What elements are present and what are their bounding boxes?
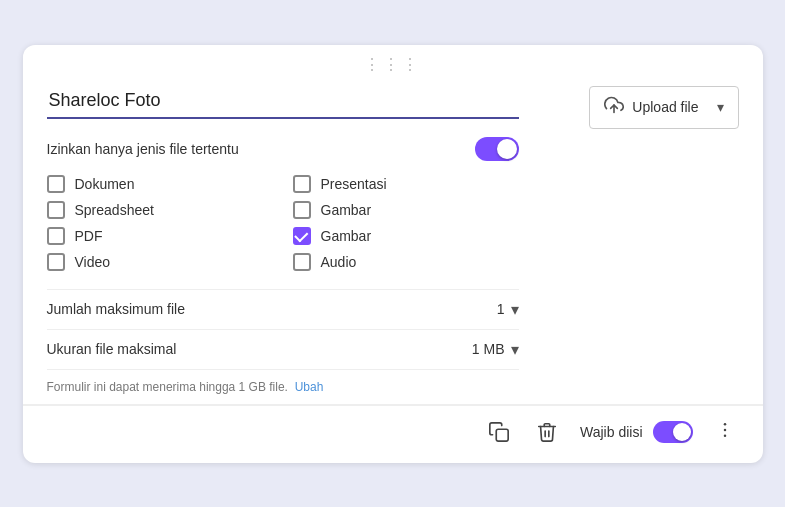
svg-point-2 (723, 422, 726, 425)
upload-chevron-icon: ▾ (717, 99, 724, 115)
max-size-row: Ukuran file maksimal 1 MB ▾ (47, 329, 519, 369)
copy-button[interactable] (484, 417, 514, 447)
max-size-chevron-icon: ▾ (511, 340, 519, 359)
upload-icon (604, 95, 624, 120)
more-icon (715, 420, 735, 440)
checkbox-presentasi-label: Presentasi (321, 176, 387, 192)
toggle-file-type-switch[interactable] (475, 137, 519, 161)
info-text: Formulir ini dapat menerima hingga 1 GB … (47, 369, 519, 404)
svg-point-4 (723, 434, 726, 437)
drag-handle[interactable]: ⋮⋮⋮ (23, 45, 763, 78)
left-panel: Izinkan hanya jenis file tertentu Dokume… (47, 86, 519, 404)
checkbox-video-label: Video (75, 254, 111, 270)
checkbox-gambar2[interactable]: Gambar (293, 227, 519, 245)
max-files-chevron-icon: ▾ (511, 300, 519, 319)
wajib-row: Wajib diisi (580, 421, 693, 443)
delete-icon (536, 421, 558, 443)
upload-file-button[interactable]: Upload file ▾ (589, 86, 738, 129)
checkbox-gambar1-box[interactable] (293, 201, 311, 219)
file-types-grid: Dokumen Presentasi Spreadsheet Gambar PD… (47, 175, 519, 271)
card-main: Izinkan hanya jenis file tertentu Dokume… (23, 78, 763, 404)
delete-button[interactable] (532, 417, 562, 447)
more-options-button[interactable] (711, 416, 739, 449)
checkbox-gambar1-label: Gambar (321, 202, 372, 218)
max-size-value-btn[interactable]: 1 MB ▾ (472, 340, 519, 359)
upload-card: ⋮⋮⋮ Izinkan hanya jenis file tertentu Do… (23, 45, 763, 463)
checkbox-dokumen-label: Dokumen (75, 176, 135, 192)
wajib-label: Wajib diisi (580, 424, 643, 440)
wajib-toggle[interactable] (653, 421, 693, 443)
copy-icon (488, 421, 510, 443)
checkbox-gambar2-label: Gambar (321, 228, 372, 244)
checkbox-video-box[interactable] (47, 253, 65, 271)
checkbox-presentasi-box[interactable] (293, 175, 311, 193)
toggle-knob (497, 139, 517, 159)
checkbox-gambar1[interactable]: Gambar (293, 201, 519, 219)
checkbox-dokumen-box[interactable] (47, 175, 65, 193)
checkbox-spreadsheet[interactable]: Spreadsheet (47, 201, 273, 219)
max-files-value-btn[interactable]: 1 ▾ (497, 300, 519, 319)
max-files-row: Jumlah maksimum file 1 ▾ (47, 289, 519, 329)
checkbox-video[interactable]: Video (47, 253, 273, 271)
max-size-label: Ukuran file maksimal (47, 341, 177, 357)
info-text-content: Formulir ini dapat menerima hingga 1 GB … (47, 380, 288, 394)
checkbox-pdf-label: PDF (75, 228, 103, 244)
card-footer: Wajib diisi (23, 405, 763, 463)
wajib-toggle-knob (673, 423, 691, 441)
checkbox-pdf[interactable]: PDF (47, 227, 273, 245)
toggle-file-type-row: Izinkan hanya jenis file tertentu (47, 137, 519, 161)
right-panel: Upload file ▾ (539, 86, 739, 129)
info-text-link[interactable]: Ubah (295, 380, 324, 394)
title-input[interactable] (47, 86, 519, 119)
svg-point-3 (723, 428, 726, 431)
checkbox-pdf-box[interactable] (47, 227, 65, 245)
checkbox-presentasi[interactable]: Presentasi (293, 175, 519, 193)
checkbox-spreadsheet-label: Spreadsheet (75, 202, 154, 218)
checkbox-dokumen[interactable]: Dokumen (47, 175, 273, 193)
checkbox-audio-label: Audio (321, 254, 357, 270)
max-files-value: 1 (497, 301, 505, 317)
checkbox-spreadsheet-box[interactable] (47, 201, 65, 219)
max-files-label: Jumlah maksimum file (47, 301, 185, 317)
drag-dots-icon: ⋮⋮⋮ (364, 55, 421, 74)
svg-rect-1 (496, 429, 508, 441)
max-size-value: 1 MB (472, 341, 505, 357)
toggle-file-type-label: Izinkan hanya jenis file tertentu (47, 141, 239, 157)
checkbox-gambar2-box[interactable] (293, 227, 311, 245)
upload-file-label: Upload file (632, 99, 698, 115)
checkbox-audio[interactable]: Audio (293, 253, 519, 271)
checkbox-audio-box[interactable] (293, 253, 311, 271)
